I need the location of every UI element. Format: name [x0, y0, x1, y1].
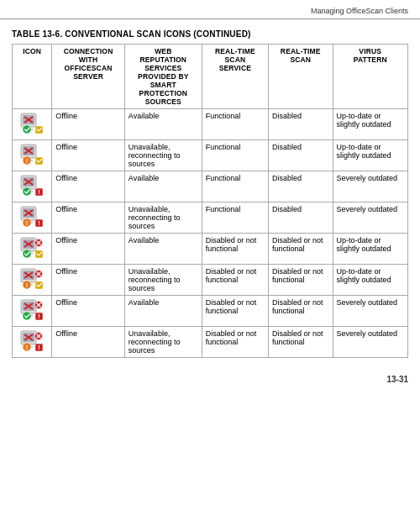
col-header-conn: ConnectionwithOfficeScanServer: [52, 45, 125, 109]
cell-rts-2: Functional: [202, 171, 268, 202]
svg-rect-7: [35, 126, 43, 134]
cell-web-5: Unavailable, reconnecting to sources: [124, 265, 202, 296]
svg-rect-43: [35, 250, 43, 258]
col-header-icon: Icon: [13, 45, 52, 109]
table-row: ! ! OfflineUnavailable, reconnecting to …: [13, 327, 408, 358]
cell-rt-4: Disabled or not functional: [268, 234, 333, 265]
icon-cell-0: [13, 109, 52, 140]
cell-web-2: Available: [124, 171, 202, 202]
cell-conn-0: Offline: [52, 109, 125, 140]
cell-web-4: Available: [124, 234, 202, 265]
svg-text:!: !: [26, 158, 28, 164]
svg-text:!: !: [26, 282, 28, 288]
table-row: ! OfflineUnavailable, reconnecting to so…: [13, 140, 408, 171]
icon-cell-5: !: [13, 265, 52, 296]
page-header: Managing OfficeScan Clients: [0, 0, 420, 19]
cell-conn-4: Offline: [52, 234, 125, 265]
col-header-vp: VirusPattern: [333, 45, 407, 109]
cell-conn-1: Offline: [52, 140, 125, 171]
table-row: ! OfflineAvailableFunctionalDisabledSeve…: [13, 171, 408, 202]
cell-rt-2: Disabled: [268, 171, 333, 202]
cell-rts-1: Functional: [202, 140, 268, 171]
header-text: Managing OfficeScan Clients: [311, 7, 408, 15]
table-row: ! ! OfflineUnavailable, reconnecting to …: [13, 202, 408, 234]
svg-point-65: [23, 312, 31, 320]
svg-point-6: [23, 125, 31, 134]
cell-web-3: Unavailable, reconnecting to sources: [124, 202, 202, 234]
cell-rt-0: Disabled: [268, 109, 333, 140]
icons-table: Icon ConnectionwithOfficeScanServer WebR…: [12, 44, 408, 358]
cell-rts-3: Functional: [202, 202, 268, 234]
svg-text:!: !: [38, 313, 39, 319]
cell-web-0: Available: [124, 109, 202, 140]
table-row: OfflineAvailableDisabled or not function…: [13, 234, 408, 265]
cell-rts-7: Disabled or not functional: [202, 327, 268, 358]
table-title: Table 13-6. Conventional Scan Icons (Con…: [12, 29, 408, 39]
svg-text:!: !: [26, 344, 28, 350]
cell-web-1: Unavailable, reconnecting to sources: [124, 140, 202, 171]
cell-conn-5: Offline: [52, 265, 125, 296]
page-content: Table 13-6. Conventional Scan Icons (Con…: [0, 26, 420, 366]
icon-cell-7: ! !: [13, 327, 52, 358]
col-header-rt: Real-timeScan: [268, 45, 333, 109]
cell-vp-4: Up-to-date or slightly outdated: [333, 234, 407, 265]
cell-vp-2: Severely outdated: [333, 171, 407, 202]
icon-cell-3: ! !: [13, 202, 52, 234]
cell-rt-7: Disabled or not functional: [268, 327, 333, 358]
cell-rts-0: Functional: [202, 109, 268, 140]
cell-rts-6: Disabled or not functional: [202, 296, 268, 327]
cell-rt-6: Disabled or not functional: [268, 296, 333, 327]
icon-cell-4: [13, 234, 52, 265]
svg-text:!: !: [26, 220, 28, 226]
svg-point-42: [23, 250, 31, 258]
svg-rect-55: [35, 281, 43, 289]
cell-vp-6: Severely outdated: [333, 296, 407, 327]
svg-text:!: !: [38, 189, 39, 195]
cell-conn-7: Offline: [52, 327, 125, 358]
cell-conn-2: Offline: [52, 171, 125, 202]
cell-vp-3: Severely outdated: [333, 202, 407, 234]
col-header-rts: Real-timeScanService: [202, 45, 268, 109]
cell-web-6: Available: [124, 296, 202, 327]
table-row: OfflineAvailableFunctionalDisabledUp-to-…: [13, 109, 408, 140]
cell-vp-7: Severely outdated: [333, 327, 407, 358]
cell-web-7: Unavailable, reconnecting to sources: [124, 327, 202, 358]
cell-rts-4: Disabled or not functional: [202, 234, 268, 265]
cell-rt-1: Disabled: [268, 140, 333, 171]
cell-conn-3: Offline: [52, 202, 125, 234]
svg-text:!: !: [38, 220, 39, 226]
page-footer: 13-31: [0, 366, 420, 391]
cell-rt-5: Disabled or not functional: [268, 265, 333, 296]
table-row: ! OfflineUnavailable, reconnecting to so…: [13, 265, 408, 296]
icon-cell-1: !: [13, 140, 52, 171]
icon-cell-6: !: [13, 296, 52, 327]
cell-rts-5: Disabled or not functional: [202, 265, 268, 296]
cell-vp-0: Up-to-date or slightly outdated: [333, 109, 407, 140]
page-number: 13-31: [386, 375, 408, 384]
icon-cell-2: !: [13, 171, 52, 202]
svg-rect-16: [35, 157, 43, 165]
svg-point-23: [23, 187, 31, 196]
cell-vp-1: Up-to-date or slightly outdated: [333, 140, 407, 171]
svg-text:!: !: [38, 344, 39, 350]
cell-vp-5: Up-to-date or slightly outdated: [333, 265, 407, 296]
cell-conn-6: Offline: [52, 296, 125, 327]
col-header-web: WebReputationServicesProvided bySmartPro…: [124, 45, 202, 109]
table-row: ! OfflineAvailableDisabled or not functi…: [13, 296, 408, 327]
cell-rt-3: Disabled: [268, 202, 333, 234]
